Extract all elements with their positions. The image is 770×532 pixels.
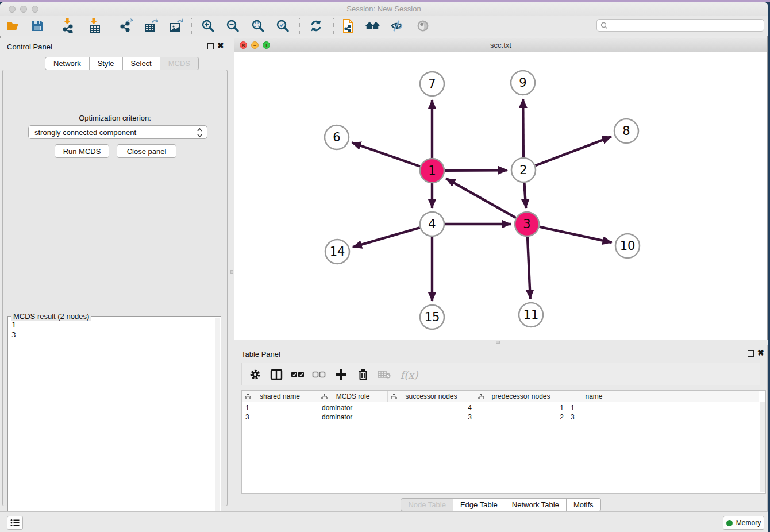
graph-edge-3-10[interactable] <box>539 227 611 242</box>
search-input[interactable] <box>610 21 764 30</box>
show-panels-button[interactable] <box>7 516 23 530</box>
duplicate-network-icon[interactable] <box>340 18 355 33</box>
splitter-handle[interactable] <box>496 341 500 344</box>
tab-select[interactable]: Select <box>123 57 160 70</box>
graph-edge-2-3[interactable] <box>524 183 526 208</box>
graph-node-11[interactable]: 11 <box>519 303 543 327</box>
graph-node-10[interactable]: 10 <box>615 234 640 258</box>
cell-mcds-role[interactable]: dominator <box>318 413 388 422</box>
control-panel: Control Panel ✖ Network Style Select MCD… <box>0 38 230 514</box>
delete-table-icon <box>377 367 392 382</box>
home-icon[interactable] <box>365 18 380 33</box>
show-hide-icon[interactable] <box>415 18 430 33</box>
result-scrollbar[interactable] <box>215 318 220 532</box>
cell-successor-nodes[interactable]: 4 <box>388 403 475 413</box>
network-window-titlebar[interactable]: ✕ − + scc.txt <box>234 38 767 52</box>
delete-column-icon[interactable] <box>356 367 371 382</box>
splitter-handle[interactable] <box>230 270 233 274</box>
node-table[interactable]: shared name MCDS role successor nodes pr… <box>241 390 766 494</box>
graph-node-4[interactable]: 4 <box>420 212 444 236</box>
cell-name[interactable]: 1 <box>567 403 621 413</box>
tab-edge-table[interactable]: Edge Table <box>453 498 505 511</box>
control-panel-title: Control Panel <box>7 43 52 51</box>
table-settings-icon[interactable] <box>248 367 263 382</box>
zoom-out-icon[interactable] <box>225 18 240 33</box>
mcds-panel-body: Optimization criterion: strongly connect… <box>2 70 228 506</box>
graph-edge-3-11[interactable] <box>528 237 530 299</box>
tab-motifs[interactable]: Motifs <box>567 498 601 511</box>
graph-node-14[interactable]: 14 <box>325 240 349 264</box>
graph-edge-2-9[interactable] <box>523 99 523 157</box>
criterion-dropdown[interactable]: strongly connected component <box>28 125 207 139</box>
zoom-fit-icon[interactable] <box>251 18 265 33</box>
tab-network-table[interactable]: Network Table <box>505 498 567 511</box>
table-scrollbar[interactable] <box>760 402 765 492</box>
cell-shared-name[interactable]: 3 <box>242 413 318 422</box>
memory-button[interactable]: Memory <box>723 516 764 530</box>
deselect-all-columns-icon[interactable] <box>311 367 326 382</box>
open-file-icon[interactable] <box>6 18 21 33</box>
network-graph[interactable]: 7968124314101511 <box>235 52 767 340</box>
graph-edge-1-6[interactable] <box>352 142 420 167</box>
graph-node-9[interactable]: 9 <box>511 71 535 95</box>
graph-node-3[interactable]: 3 <box>515 212 539 236</box>
graph-node-6[interactable]: 6 <box>325 125 349 149</box>
export-table-icon[interactable] <box>143 18 158 33</box>
column-header-mcds-role[interactable]: MCDS role <box>318 391 388 402</box>
import-network-icon[interactable] <box>61 18 76 33</box>
close-table-panel-icon[interactable]: ✖ <box>757 348 764 357</box>
import-table-icon[interactable] <box>87 18 102 33</box>
add-column-icon[interactable] <box>334 367 349 382</box>
table-row[interactable]: 3 dominator 3 2 3 <box>242 413 621 422</box>
graph-edge-1-2[interactable] <box>445 170 507 171</box>
zoom-in-icon[interactable] <box>201 18 215 33</box>
column-header-successor-nodes[interactable]: successor nodes <box>388 391 475 402</box>
cell-mcds-role[interactable]: dominator <box>318 403 388 413</box>
float-table-panel-icon[interactable] <box>748 350 754 357</box>
cell-predecessor-nodes[interactable]: 2 <box>475 413 567 422</box>
column-header-name[interactable]: name <box>567 391 621 402</box>
refresh-icon[interactable] <box>309 18 324 33</box>
graph-edge-2-8[interactable] <box>536 137 611 165</box>
close-panel-icon[interactable]: ✖ <box>217 41 224 50</box>
cell-predecessor-nodes[interactable]: 1 <box>475 403 567 413</box>
graph-node-label: 1 <box>428 164 436 178</box>
table-row[interactable]: 1 dominator 4 1 1 <box>242 403 621 413</box>
network-canvas[interactable]: 7968124314101511 <box>235 52 767 340</box>
column-header-predecessor-nodes[interactable]: predecessor nodes <box>475 391 567 402</box>
close-panel-button[interactable]: Close panel <box>117 144 176 158</box>
cell-shared-name[interactable]: 1 <box>242 403 318 413</box>
graph-node-15[interactable]: 15 <box>420 305 444 329</box>
zoom-selected-icon[interactable] <box>275 18 290 33</box>
export-image-icon[interactable] <box>168 18 183 33</box>
column-type-icon <box>245 394 251 399</box>
column-header-shared-name[interactable]: shared name <box>242 391 318 402</box>
graph-node-1[interactable]: 1 <box>420 159 444 183</box>
graph-node-label: 6 <box>333 130 340 144</box>
graph-node-8[interactable]: 8 <box>614 119 638 143</box>
mcds-result-list[interactable]: 1 3 <box>11 320 16 340</box>
cell-name[interactable]: 3 <box>567 413 621 422</box>
float-panel-icon[interactable] <box>207 43 214 49</box>
tab-network[interactable]: Network <box>45 57 90 70</box>
graph-node-7[interactable]: 7 <box>420 72 444 96</box>
style-preview-icon[interactable] <box>390 18 405 33</box>
function-builder-icon: f(x) <box>398 367 420 382</box>
select-all-columns-icon[interactable] <box>290 367 305 382</box>
search-box[interactable] <box>596 19 764 32</box>
window-titlebar[interactable]: Session: New Session <box>0 2 768 17</box>
tab-style[interactable]: Style <box>90 57 123 70</box>
control-panel-tabs: Network Style Select MCDS <box>45 57 199 70</box>
graph-edge-4-14[interactable] <box>353 228 420 247</box>
tab-mcds[interactable]: MCDS <box>160 57 199 70</box>
save-session-icon[interactable] <box>30 18 45 33</box>
horizontal-splitter[interactable] <box>234 340 768 345</box>
graph-node-2[interactable]: 2 <box>511 158 536 182</box>
tab-node-table[interactable]: Node Table <box>401 498 453 511</box>
run-mcds-button[interactable]: Run MCDS <box>55 144 109 158</box>
graph-edge-3-1[interactable] <box>446 179 515 218</box>
vertical-splitter[interactable] <box>230 38 234 514</box>
column-view-icon[interactable] <box>269 367 284 382</box>
export-network-icon[interactable] <box>118 18 133 33</box>
cell-successor-nodes[interactable]: 3 <box>388 413 475 422</box>
